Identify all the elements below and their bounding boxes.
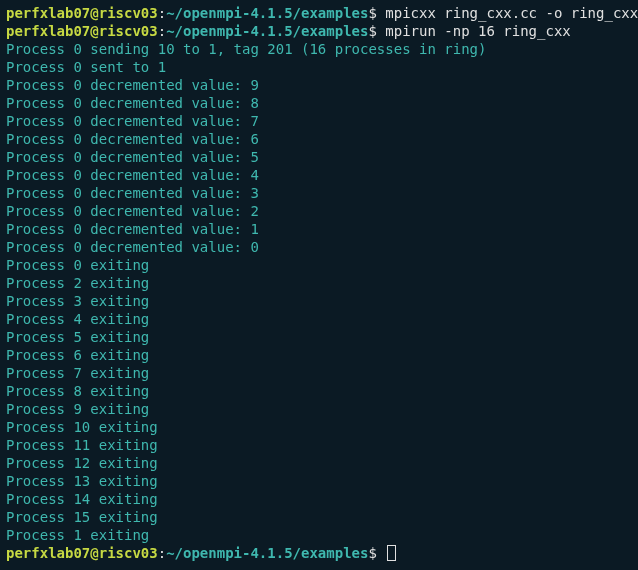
output-line: Process 1 exiting [6, 526, 632, 544]
user-host: perfxlab07@riscv03 [6, 5, 158, 21]
output-line: Process 9 exiting [6, 400, 632, 418]
user-host: perfxlab07@riscv03 [6, 23, 158, 39]
output-line: Process 2 exiting [6, 274, 632, 292]
output-line: Process 12 exiting [6, 454, 632, 472]
output-line: Process 15 exiting [6, 508, 632, 526]
prompt-line: perfxlab07@riscv03:~/openmpi-4.1.5/examp… [6, 4, 632, 22]
output-line: Process 0 decremented value: 0 [6, 238, 632, 256]
output-line: Process 0 decremented value: 6 [6, 130, 632, 148]
output-line: Process 3 exiting [6, 292, 632, 310]
output-line: Process 0 decremented value: 4 [6, 166, 632, 184]
working-directory: ~/openmpi-4.1.5/examples [166, 545, 368, 561]
command-text: mpirun -np 16 ring_cxx [385, 23, 570, 39]
output-line: Process 0 sending 10 to 1, tag 201 (16 p… [6, 40, 632, 58]
output-line: Process 13 exiting [6, 472, 632, 490]
output-line: Process 0 decremented value: 9 [6, 76, 632, 94]
output-line: Process 0 decremented value: 5 [6, 148, 632, 166]
prompt-symbol: $ [368, 545, 385, 561]
output-line: Process 0 sent to 1 [6, 58, 632, 76]
prompt-symbol: $ [368, 5, 385, 21]
prompt-line: perfxlab07@riscv03:~/openmpi-4.1.5/examp… [6, 22, 632, 40]
output-line: Process 7 exiting [6, 364, 632, 382]
prompt-colon: : [158, 23, 166, 39]
prompt-colon: : [158, 545, 166, 561]
output-line: Process 0 decremented value: 8 [6, 94, 632, 112]
output-line: Process 4 exiting [6, 310, 632, 328]
output-line: Process 0 decremented value: 2 [6, 202, 632, 220]
output-line: Process 11 exiting [6, 436, 632, 454]
output-line: Process 10 exiting [6, 418, 632, 436]
output-line: Process 0 decremented value: 3 [6, 184, 632, 202]
command-text: mpicxx ring_cxx.cc -o ring_cxx [385, 5, 638, 21]
cursor [387, 545, 396, 561]
output-line: Process 14 exiting [6, 490, 632, 508]
output-line: Process 0 decremented value: 7 [6, 112, 632, 130]
terminal[interactable]: perfxlab07@riscv03:~/openmpi-4.1.5/examp… [6, 4, 632, 562]
prompt-line: perfxlab07@riscv03:~/openmpi-4.1.5/examp… [6, 544, 632, 562]
output-line: Process 0 decremented value: 1 [6, 220, 632, 238]
output-line: Process 8 exiting [6, 382, 632, 400]
user-host: perfxlab07@riscv03 [6, 545, 158, 561]
output-line: Process 6 exiting [6, 346, 632, 364]
prompt-symbol: $ [368, 23, 385, 39]
output-line: Process 0 exiting [6, 256, 632, 274]
working-directory: ~/openmpi-4.1.5/examples [166, 23, 368, 39]
prompt-colon: : [158, 5, 166, 21]
output-line: Process 5 exiting [6, 328, 632, 346]
working-directory: ~/openmpi-4.1.5/examples [166, 5, 368, 21]
